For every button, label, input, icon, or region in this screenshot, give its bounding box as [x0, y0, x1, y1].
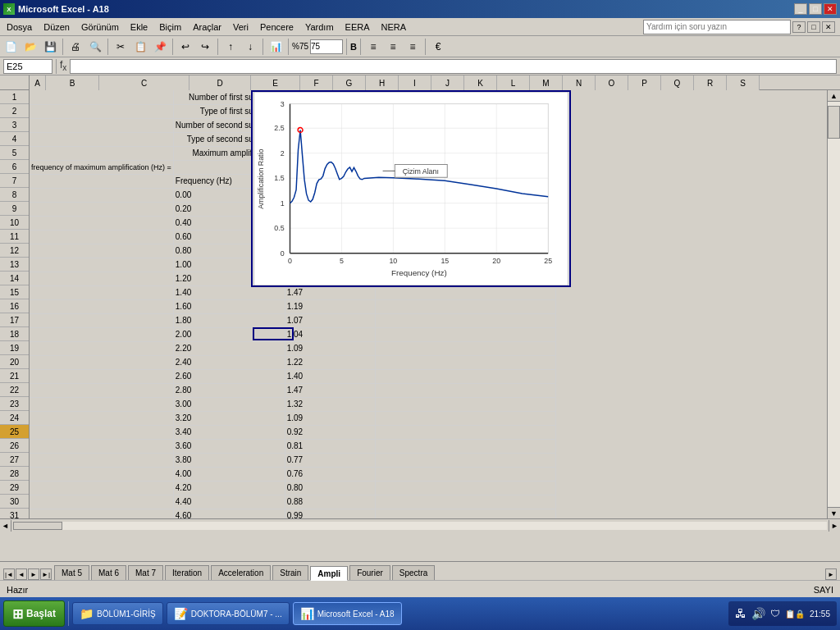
open-button[interactable]: 📂: [21, 38, 39, 56]
row-header-15[interactable]: 15: [0, 285, 29, 299]
app-close-btn[interactable]: ✕: [822, 21, 835, 33]
cell-a7[interactable]: [30, 174, 173, 188]
tab-mat5[interactable]: Mat 5: [54, 565, 89, 580]
row-header-29[interactable]: 29: [0, 481, 29, 495]
row-header-21[interactable]: 21: [0, 369, 29, 383]
title-bar-buttons[interactable]: _ □ ✕: [794, 3, 837, 15]
row-header-19[interactable]: 19: [0, 341, 29, 355]
row-header-18[interactable]: 18: [0, 327, 29, 341]
start-button[interactable]: ⊞ Başlat: [3, 600, 65, 627]
cell-a2[interactable]: [30, 104, 173, 118]
horizontal-scrollbar[interactable]: ◄ ►: [0, 518, 840, 532]
row-header-8[interactable]: 8: [0, 188, 29, 202]
row-header-9[interactable]: 9: [0, 202, 29, 216]
paste-button[interactable]: 📌: [151, 38, 169, 56]
menu-araclar[interactable]: Araçlar: [188, 21, 226, 34]
scroll-right-button[interactable]: ►: [829, 520, 840, 532]
tab-last-button[interactable]: ►|: [40, 568, 52, 580]
row-header-27[interactable]: 27: [0, 453, 29, 467]
tab-mat6[interactable]: Mat 6: [91, 565, 126, 580]
h-scroll-track[interactable]: [13, 522, 827, 530]
zoom-input[interactable]: [310, 39, 343, 54]
taskbar-item-2[interactable]: 📝 DOKTORA-BÖLÜM7 - ...: [167, 602, 290, 625]
scroll-thumb[interactable]: [828, 106, 840, 139]
sort-asc-button[interactable]: ↑: [221, 38, 240, 56]
col-header-g[interactable]: G: [333, 75, 366, 90]
bold-button[interactable]: B: [350, 42, 357, 52]
save-button[interactable]: 💾: [41, 38, 59, 56]
col-header-i[interactable]: I: [399, 75, 431, 90]
row-header-12[interactable]: 12: [0, 244, 29, 258]
col-header-s[interactable]: S: [727, 75, 760, 90]
tab-nav-controls[interactable]: |◄ ◄ ► ►|: [3, 568, 52, 580]
cut-button[interactable]: ✂: [112, 38, 130, 56]
row-header-25[interactable]: 25: [0, 425, 29, 439]
row-header-7[interactable]: 7: [0, 174, 29, 188]
row-header-20[interactable]: 20: [0, 355, 29, 369]
cell-a4[interactable]: [30, 132, 173, 146]
row-header-31[interactable]: 31: [0, 509, 29, 518]
h-scroll-thumb[interactable]: [13, 522, 62, 530]
row-header-5[interactable]: 5: [0, 146, 29, 160]
tab-first-button[interactable]: |◄: [3, 568, 15, 580]
name-box[interactable]: [3, 59, 52, 74]
menu-dosya[interactable]: Dosya: [2, 21, 37, 34]
row-header-1[interactable]: 1: [0, 90, 29, 104]
scroll-down-button[interactable]: ▼: [828, 507, 840, 518]
menu-veri[interactable]: Veri: [228, 21, 253, 34]
menu-duzen[interactable]: Düzen: [39, 21, 75, 34]
row-header-17[interactable]: 17: [0, 313, 29, 327]
tab-ampli[interactable]: Ampli: [310, 566, 348, 581]
row-header-30[interactable]: 30: [0, 495, 29, 509]
col-header-q[interactable]: Q: [661, 75, 694, 90]
row-header-14[interactable]: 14: [0, 272, 29, 285]
menu-bicim[interactable]: Biçim: [154, 21, 186, 34]
col-header-j[interactable]: J: [431, 75, 464, 90]
tab-prev-button[interactable]: ◄: [16, 568, 27, 580]
row-header-2[interactable]: 2: [0, 104, 29, 118]
row-header-4[interactable]: 4: [0, 132, 29, 146]
col-header-b[interactable]: B: [46, 75, 99, 90]
col-header-f[interactable]: F: [300, 75, 333, 90]
row-header-22[interactable]: 22: [0, 383, 29, 397]
row-header-28[interactable]: 28: [0, 467, 29, 481]
currency-button[interactable]: €: [429, 38, 447, 56]
col-header-k[interactable]: K: [464, 75, 497, 90]
restore-btn[interactable]: □: [807, 21, 820, 33]
menu-pencere[interactable]: Pencere: [255, 21, 299, 34]
tab-iteration[interactable]: Iteration: [165, 565, 209, 580]
col-header-e[interactable]: E: [251, 75, 300, 90]
align-left-button[interactable]: ≡: [364, 38, 382, 56]
align-right-button[interactable]: ≡: [404, 38, 422, 56]
menu-eera[interactable]: EERA: [340, 21, 375, 34]
tab-spectra[interactable]: Spectra: [392, 565, 435, 580]
cell-a1[interactable]: [30, 90, 173, 104]
sort-desc-button[interactable]: ↓: [241, 38, 259, 56]
taskbar-item-3[interactable]: 📊 Microsoft Excel - A18: [293, 602, 402, 625]
col-header-h[interactable]: H: [366, 75, 399, 90]
col-header-o[interactable]: O: [596, 75, 628, 90]
redo-button[interactable]: ↪: [196, 38, 214, 56]
col-header-m[interactable]: M: [530, 75, 563, 90]
menu-yardim[interactable]: Yardım: [300, 21, 339, 34]
scroll-track[interactable]: [828, 102, 840, 507]
row-header-24[interactable]: 24: [0, 411, 29, 425]
tab-fourier[interactable]: Fourier: [349, 565, 390, 580]
new-button[interactable]: 📄: [2, 38, 20, 56]
align-center-button[interactable]: ≡: [384, 38, 402, 56]
tab-mat7[interactable]: Mat 7: [128, 565, 163, 580]
row-header-6[interactable]: 6: [0, 160, 29, 174]
preview-button[interactable]: 🔍: [86, 38, 104, 56]
formula-fx[interactable]: fx: [60, 59, 66, 72]
help-search-input[interactable]: [643, 20, 791, 34]
cell-a3[interactable]: [30, 118, 173, 132]
row-header-23[interactable]: 23: [0, 397, 29, 411]
row-header-26[interactable]: 26: [0, 439, 29, 453]
help-btn[interactable]: ?: [792, 21, 806, 33]
close-button[interactable]: ✕: [824, 3, 837, 15]
menu-nera[interactable]: NERA: [377, 21, 412, 34]
row-header-11[interactable]: 11: [0, 230, 29, 244]
cell-a5[interactable]: [30, 146, 173, 160]
maximize-button[interactable]: □: [809, 3, 822, 15]
col-header-a[interactable]: A: [30, 75, 46, 90]
